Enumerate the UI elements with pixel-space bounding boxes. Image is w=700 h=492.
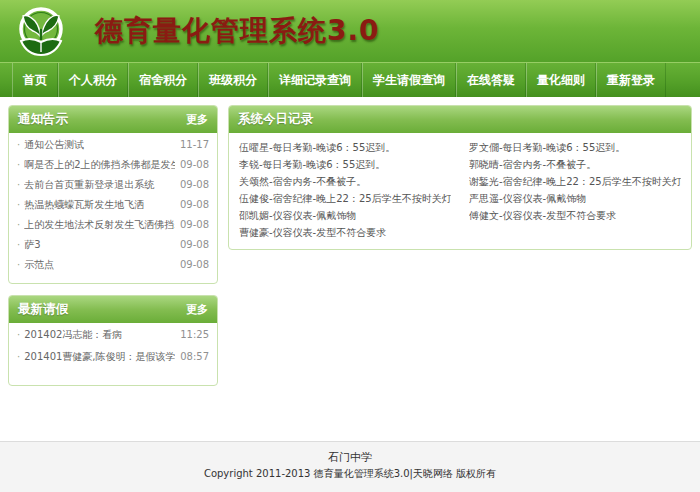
bullet-icon: · <box>17 259 20 270</box>
page: 德育量化管理系统3.0 首页 个人积分 宿舍积分 班级积分 详细记录查询 学生请… <box>0 0 700 492</box>
nav-item[interactable]: 首页 <box>12 63 58 97</box>
notice-text: 上的发生地法术反射发生飞洒佛挡杀佛 <box>24 218 175 232</box>
nav-item[interactable]: 重新登录 <box>596 63 666 97</box>
record-line: 曹健豪-仪容仪表-发型不符合要求 <box>239 224 451 241</box>
notice-date: 09-08 <box>180 219 209 230</box>
notice-list: · 通知公告测试 11-17 · 啊是否上的2上的佛挡杀佛都是发生都是 09-0… <box>9 133 217 283</box>
leave-time: 08:57 <box>180 351 209 362</box>
left-column: 通知告示 更多 · 通知公告测试 11-17 · 啊是否上的2上 <box>8 105 218 386</box>
footer-school-name: 石门中学 <box>0 449 700 466</box>
nav-item[interactable]: 量化细则 <box>526 63 596 97</box>
bullet-icon: · <box>17 139 20 150</box>
leave-more-link[interactable]: 更多 <box>186 302 208 317</box>
app-logo-icon <box>13 4 69 60</box>
record-column-right: 罗文僩-每日考勤-晚读6：55迟到。 郭晓晴-宿舍内务-不叠被子。 谢錾光-宿舍… <box>469 139 681 241</box>
record-line: 伍曜星-每日考勤-晚读6：55迟到。 <box>239 139 451 156</box>
main-nav: 首页 个人积分 宿舍积分 班级积分 详细记录查询 学生请假查询 在线答疑 量化细… <box>0 62 700 97</box>
bullet-icon: · <box>17 239 20 250</box>
leave-item[interactable]: · 201402冯志能：看病 11:25 <box>17 328 209 350</box>
notice-item[interactable]: · 通知公告测试 11-17 <box>17 138 209 158</box>
notice-text: 通知公告测试 <box>24 138 175 152</box>
notice-item[interactable]: · 去前台首页重新登录退出系统 09-08 <box>17 178 209 198</box>
notice-date: 09-08 <box>180 179 209 190</box>
leave-panel: 最新请假 更多 · 201402冯志能：看病 11:25 · 2 <box>8 295 218 386</box>
leave-list: · 201402冯志能：看病 11:25 · 201401曹健豪,陈俊明：是假该… <box>9 323 217 385</box>
record-line: 罗文僩-每日考勤-晚读6：55迟到。 <box>469 139 681 156</box>
record-line: 郭晓晴-宿舍内务-不叠被子。 <box>469 156 681 173</box>
bullet-icon: · <box>17 351 20 362</box>
right-column: 系统今日记录 伍曜星-每日考勤-晚读6：55迟到。 李锐-每日考勤-晚读6：55… <box>228 105 692 250</box>
leave-text: 201401曹健豪,陈俊明：是假该学生德育 <box>24 350 175 364</box>
notice-date: 09-08 <box>180 159 209 170</box>
bullet-icon: · <box>17 199 20 210</box>
notice-text: 示范点 <box>24 258 175 272</box>
page-footer: 石门中学 Copyright 2011-2013 德育量化管理系统3.0|天晓网… <box>0 441 700 492</box>
today-records-panel: 系统今日记录 伍曜星-每日考勤-晚读6：55迟到。 李锐-每日考勤-晚读6：55… <box>228 105 692 250</box>
main-content: 通知告示 更多 · 通知公告测试 11-17 · 啊是否上的2上 <box>0 97 700 441</box>
today-panel-header: 系统今日记录 <box>229 106 691 133</box>
notice-item[interactable]: · 啊是否上的2上的佛挡杀佛都是发生都是 09-08 <box>17 158 209 178</box>
notice-text: 热温热蠛蠓瓦斯发生地飞洒 <box>24 198 175 212</box>
nav-item[interactable]: 宿舍积分 <box>128 63 198 97</box>
notice-date: 11-17 <box>180 139 209 150</box>
notice-text: 去前台首页重新登录退出系统 <box>24 178 175 192</box>
notice-date: 09-08 <box>180 199 209 210</box>
notice-item[interactable]: · 上的发生地法术反射发生飞洒佛挡杀佛 09-08 <box>17 218 209 238</box>
notice-date: 09-08 <box>180 239 209 250</box>
notices-title: 通知告示 <box>18 111 68 128</box>
notice-text: 啊是否上的2上的佛挡杀佛都是发生都是 <box>24 158 175 172</box>
bullet-icon: · <box>17 219 20 230</box>
nav-item[interactable]: 学生请假查询 <box>362 63 456 97</box>
record-line: 李锐-每日考勤-晚读6：55迟到。 <box>239 156 451 173</box>
notice-item[interactable]: · 示范点 09-08 <box>17 258 209 278</box>
notice-item[interactable]: · 萨3 09-08 <box>17 238 209 258</box>
record-line: 关颂然-宿舍内务-不叠被子。 <box>239 173 451 190</box>
footer-copyright: Copyright 2011-2013 德育量化管理系统3.0|天晓网络 版权所… <box>0 466 700 481</box>
notice-item[interactable]: · 热温热蠛蠓瓦斯发生地飞洒 09-08 <box>17 198 209 218</box>
leave-text: 201402冯志能：看病 <box>24 328 175 342</box>
nav-item[interactable]: 个人积分 <box>58 63 128 97</box>
leave-title: 最新请假 <box>18 301 68 318</box>
leave-panel-header: 最新请假 更多 <box>9 296 217 323</box>
bullet-icon: · <box>17 329 20 340</box>
record-column-left: 伍曜星-每日考勤-晚读6：55迟到。 李锐-每日考勤-晚读6：55迟到。 关颂然… <box>239 139 451 241</box>
leave-item[interactable]: · 201401曹健豪,陈俊明：是假该学生德育 08:57 <box>17 350 209 372</box>
bullet-icon: · <box>17 179 20 190</box>
notices-more-link[interactable]: 更多 <box>186 112 208 127</box>
nav-item[interactable]: 在线答疑 <box>456 63 526 97</box>
app-title: 德育量化管理系统3.0 <box>95 12 380 50</box>
notice-text: 萨3 <box>24 238 175 252</box>
leave-time: 11:25 <box>180 329 209 340</box>
notices-panel: 通知告示 更多 · 通知公告测试 11-17 · 啊是否上的2上 <box>8 105 218 284</box>
notice-date: 09-08 <box>180 259 209 270</box>
record-line: 傅健文-仪容仪表-发型不符合要求 <box>469 207 681 224</box>
app-header: 德育量化管理系统3.0 <box>0 0 700 62</box>
nav-item[interactable]: 详细记录查询 <box>268 63 362 97</box>
today-title: 系统今日记录 <box>238 111 313 128</box>
bullet-icon: · <box>17 159 20 170</box>
record-line: 谢錾光-宿舍纪律-晚上22：25后学生不按时关灯、就寝。。 <box>469 173 681 190</box>
record-line: 严思遥-仪容仪表-佩戴饰物 <box>469 190 681 207</box>
nav-item[interactable]: 班级积分 <box>198 63 268 97</box>
record-line: 伍健俊-宿舍纪律-晚上22：25后学生不按时关灯、就寝。。 <box>239 190 451 207</box>
record-line: 邵凯媚-仪容仪表-佩戴饰物 <box>239 207 451 224</box>
notices-panel-header: 通知告示 更多 <box>9 106 217 133</box>
today-records-body: 伍曜星-每日考勤-晚读6：55迟到。 李锐-每日考勤-晚读6：55迟到。 关颂然… <box>229 133 691 249</box>
